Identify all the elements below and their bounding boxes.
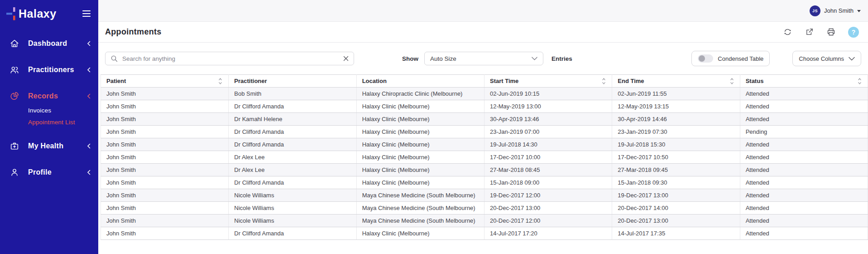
column-header-patient[interactable]: Patient — [101, 75, 229, 88]
toggle-knob — [699, 55, 705, 62]
cell-location: Maya Chinese Medicine (South Melbourne) — [356, 215, 484, 227]
cell-practitioner: Dr Clifford Amanda — [229, 100, 356, 113]
cell-end-time: 23-Jan-2019 07:30 — [612, 126, 740, 138]
cell-practitioner: Dr Clifford Amanda — [229, 176, 356, 189]
caret-down-icon — [857, 10, 861, 12]
cell-patient: John Smith — [101, 113, 229, 126]
table-display-controls: Condensed Table Choose Columns — [691, 51, 861, 66]
cell-patient: John Smith — [101, 202, 229, 215]
column-header-start-time[interactable]: Start Time — [484, 75, 612, 88]
sidebar-item-dashboard[interactable]: Dashboard — [0, 35, 98, 52]
cell-status: Attended — [740, 113, 868, 126]
sort-icon — [858, 78, 862, 84]
app-root: Halaxy Dashboard — [0, 0, 868, 254]
cell-location: Halaxy Clinic (Melbourne) — [356, 100, 484, 113]
cell-patient: John Smith — [101, 164, 229, 176]
cell-start-time: 20-Dec-2017 12:00 — [484, 215, 612, 227]
cell-end-time: 20-Dec-2017 14:00 — [612, 202, 740, 215]
sidebar-item-label: Records — [28, 92, 87, 100]
table-row[interactable]: John SmithDr Clifford AmandaHalaxy Clini… — [101, 138, 868, 151]
table-row[interactable]: John SmithNicole WilliamsMaya Chinese Me… — [101, 215, 868, 227]
cell-status: Pending — [740, 126, 868, 138]
cell-practitioner: Dr Kamahl Helene — [229, 113, 356, 126]
cell-status: Attended — [740, 202, 868, 215]
cell-end-time: 17-Dec-2017 10:50 — [612, 151, 740, 164]
cell-end-time: 27-Mar-2018 09:45 — [612, 164, 740, 176]
health-kit-icon — [9, 141, 20, 151]
cell-end-time: 19-Jul-2018 15:30 — [612, 138, 740, 151]
sidebar-item-label: My Health — [28, 142, 87, 150]
table-row[interactable]: John SmithDr Clifford AmandaHalaxy Clini… — [101, 227, 868, 240]
sidebar-item-my-health[interactable]: My Health — [0, 138, 98, 154]
entries-label: Entries — [551, 55, 572, 62]
cell-patient: John Smith — [101, 189, 229, 202]
records-pie-icon — [9, 91, 20, 101]
cell-start-time: 14-Jul-2017 17:20 — [484, 227, 612, 240]
cell-location: Halaxy Clinic (Melbourne) — [356, 176, 484, 189]
chevron-left-icon — [87, 41, 91, 46]
table-row[interactable]: John SmithNicole WilliamsMaya Chinese Me… — [101, 202, 868, 215]
sidebar-item-records[interactable]: Records — [0, 88, 98, 104]
sort-icon — [218, 78, 222, 84]
logo-cross-icon — [6, 6, 17, 21]
refresh-icon[interactable] — [783, 27, 792, 37]
cell-status: Attended — [740, 215, 868, 227]
logo-text: Halaxy — [19, 7, 57, 20]
profile-person-icon — [9, 167, 20, 177]
export-icon[interactable] — [805, 27, 814, 37]
user-menu[interactable]: JS John Smith — [810, 5, 861, 16]
search-icon — [110, 55, 118, 62]
table-row[interactable]: John SmithDr Clifford AmandaHalaxy Clini… — [101, 176, 868, 189]
show-size-value: Auto Size — [430, 55, 456, 62]
cell-start-time: 23-Jan-2019 07:00 — [484, 126, 612, 138]
show-size-dropdown[interactable]: Auto Size — [424, 52, 543, 65]
table-row[interactable]: John SmithDr Clifford AmandaHalaxy Clini… — [101, 100, 868, 113]
sidebar-item-profile[interactable]: Profile — [0, 164, 98, 181]
cell-patient: John Smith — [101, 138, 229, 151]
chevron-left-icon — [87, 67, 91, 73]
cell-start-time: 20-Dec-2017 13:00 — [484, 202, 612, 215]
cell-practitioner: Bob Smith — [229, 88, 356, 100]
sidebar-subitem-invoices[interactable]: Invoices — [28, 104, 98, 116]
search-input[interactable] — [121, 55, 340, 63]
avatar: JS — [810, 5, 820, 16]
cell-start-time: 17-Dec-2017 10:00 — [484, 151, 612, 164]
cell-practitioner: Dr Clifford Amanda — [229, 227, 356, 240]
cell-patient: John Smith — [101, 126, 229, 138]
table-row[interactable]: John SmithBob SmithHalaxy Chiropractic C… — [101, 88, 868, 100]
cell-practitioner: Nicole Williams — [229, 202, 356, 215]
print-icon[interactable] — [826, 27, 836, 37]
cell-location: Halaxy Clinic (Melbourne) — [356, 151, 484, 164]
help-icon[interactable]: ? — [848, 27, 859, 38]
cell-start-time: 19-Jul-2018 14:30 — [484, 138, 612, 151]
cell-location: Maya Chinese Medicine (South Melbourne) — [356, 189, 484, 202]
cell-end-time: 15-Jan-2018 09:30 — [612, 176, 740, 189]
home-icon — [9, 39, 20, 49]
cell-start-time: 02-Jun-2019 10:15 — [484, 88, 612, 100]
column-header-status[interactable]: Status — [740, 75, 868, 88]
cell-patient: John Smith — [101, 227, 229, 240]
hamburger-menu-icon[interactable] — [82, 9, 91, 18]
table-row[interactable]: John SmithDr Clifford AmandaHalaxy Clini… — [101, 126, 868, 138]
clear-search-icon[interactable] — [343, 56, 349, 61]
column-header-location: Location — [356, 75, 484, 88]
condensed-table-control[interactable]: Condensed Table — [691, 51, 770, 66]
page-actions: ? — [783, 27, 859, 38]
topbar: JS John Smith — [98, 0, 868, 22]
cell-status: Attended — [740, 176, 868, 189]
table-row[interactable]: John SmithDr Alex LeeHalaxy Clinic (Melb… — [101, 151, 868, 164]
cell-start-time: 19-Dec-2017 12:00 — [484, 189, 612, 202]
cell-start-time: 27-Mar-2018 08:45 — [484, 164, 612, 176]
sidebar-item-label: Practitioners — [28, 66, 87, 74]
sidebar-subitem-appointment-list[interactable]: Appointment List — [28, 116, 98, 128]
sidebar-item-practitioners[interactable]: Practitioners — [0, 62, 98, 78]
cell-practitioner: Dr Clifford Amanda — [229, 126, 356, 138]
choose-columns-button[interactable]: Choose Columns — [792, 51, 861, 66]
table-row[interactable]: John SmithDr Kamahl HeleneHalaxy Clinic … — [101, 113, 868, 126]
table-row[interactable]: John SmithNicole WilliamsMaya Chinese Me… — [101, 189, 868, 202]
condensed-table-toggle[interactable] — [698, 54, 713, 63]
appointments-table-body: John SmithBob SmithHalaxy Chiropractic C… — [101, 88, 868, 240]
table-row[interactable]: John SmithDr Alex LeeHalaxy Clinic (Melb… — [101, 164, 868, 176]
column-header-end-time[interactable]: End Time — [612, 75, 740, 88]
chevron-down-icon — [532, 57, 537, 60]
